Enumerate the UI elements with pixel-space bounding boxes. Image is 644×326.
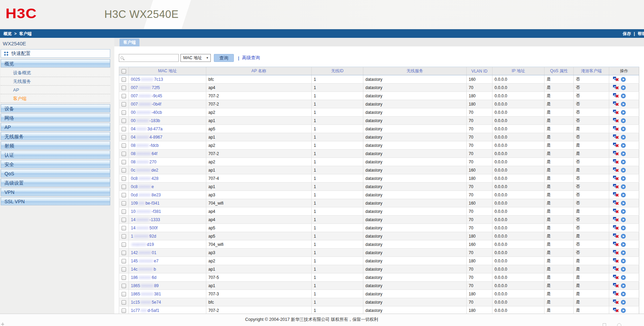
tab-client[interactable]: 客户端 (120, 39, 139, 46)
client-mac-link[interactable]: 0c8######428 (131, 176, 158, 181)
disconnect-client-icon[interactable] (613, 93, 619, 98)
disconnect-client-icon[interactable] (613, 134, 619, 140)
client-detail-icon[interactable] (621, 308, 626, 313)
advanced-query-link[interactable]: 高级查询 (242, 55, 260, 61)
client-mac-link[interactable]: 1865######381 (131, 292, 161, 296)
client-mac-link[interactable]: 08######270 (131, 160, 156, 164)
row-checkbox[interactable] (122, 259, 126, 263)
row-checkbox[interactable] (122, 218, 126, 222)
client-detail-icon[interactable] (621, 242, 626, 247)
client-detail-icon[interactable] (621, 201, 626, 206)
row-checkbox[interactable] (122, 152, 126, 156)
sidebar-section[interactable]: 认证 (1, 151, 110, 159)
disconnect-client-icon[interactable] (613, 159, 619, 164)
sidebar-section[interactable]: 高级设置 (1, 178, 110, 187)
select-all-checkbox[interactable] (122, 69, 126, 74)
sidebar-section[interactable]: 射频 (1, 141, 110, 150)
row-checkbox[interactable] (122, 94, 126, 98)
client-detail-icon[interactable] (621, 102, 626, 107)
row-checkbox[interactable] (122, 168, 126, 173)
client-detail-icon[interactable] (621, 292, 626, 296)
client-detail-icon[interactable] (621, 151, 626, 156)
row-checkbox[interactable] (122, 77, 126, 82)
disconnect-client-icon[interactable] (613, 184, 619, 189)
client-mac-link[interactable]: 1#######92d (131, 234, 156, 239)
disconnect-client-icon[interactable] (613, 275, 619, 280)
client-mac-link[interactable]: 00#######-40cb (131, 110, 162, 115)
search-input[interactable] (125, 55, 178, 61)
disconnect-client-icon[interactable] (613, 143, 619, 148)
client-detail-icon[interactable] (621, 118, 626, 123)
disconnect-client-icon[interactable] (613, 192, 619, 197)
client-detail-icon[interactable] (621, 127, 626, 131)
client-detail-icon[interactable] (621, 259, 626, 263)
row-checkbox[interactable] (122, 110, 126, 115)
row-checkbox[interactable] (122, 226, 126, 230)
client-mac-link[interactable]: 1c15#####5e74 (131, 300, 161, 305)
row-checkbox[interactable] (122, 275, 126, 280)
client-detail-icon[interactable] (621, 250, 626, 255)
client-mac-link[interactable]: 145#######e7 (131, 259, 158, 263)
client-mac-link[interactable]: 10#######-f381 (131, 209, 161, 214)
client-detail-icon[interactable] (621, 209, 626, 214)
row-checkbox[interactable] (122, 300, 126, 305)
sidebar-section[interactable]: 无线服务 (1, 132, 110, 140)
row-checkbox[interactable] (122, 292, 126, 296)
disconnect-client-icon[interactable] (613, 308, 619, 313)
disconnect-client-icon[interactable] (613, 200, 619, 206)
disconnect-client-icon[interactable] (613, 110, 619, 115)
sidebar-subitem[interactable]: 客户端 (1, 94, 110, 103)
client-detail-icon[interactable] (621, 226, 626, 230)
client-mac-link[interactable]: 0cd######8e23 (131, 193, 161, 197)
help-link[interactable]: 帮助 (638, 31, 644, 36)
sidebar-section[interactable]: 设备 (1, 104, 110, 112)
client-mac-link[interactable]: 007######-0b4f (131, 102, 161, 107)
client-mac-link[interactable]: 0c8######e (131, 184, 154, 189)
client-mac-link[interactable]: 1c77###d-5af1 (131, 308, 159, 313)
breadcrumb-overview[interactable]: 概览 (3, 31, 12, 36)
sidebar-section[interactable]: VPN (1, 188, 110, 196)
client-detail-icon[interactable] (621, 283, 626, 288)
save-link[interactable]: 保存 (623, 31, 631, 36)
row-checkbox[interactable] (122, 135, 126, 140)
sidebar-section[interactable]: AP (1, 123, 110, 131)
client-detail-icon[interactable] (621, 300, 626, 305)
client-mac-link[interactable]: 08######-fdcb (131, 143, 159, 148)
client-detail-icon[interactable] (621, 275, 626, 280)
disconnect-client-icon[interactable] (613, 176, 619, 181)
sidebar-section[interactable]: QoS (1, 169, 110, 177)
disconnect-client-icon[interactable] (613, 291, 619, 296)
client-detail-icon[interactable] (621, 94, 626, 98)
row-checkbox[interactable] (122, 193, 126, 197)
row-checkbox[interactable] (122, 234, 126, 239)
row-checkbox[interactable] (122, 251, 126, 255)
disconnect-client-icon[interactable] (613, 167, 619, 173)
disconnect-client-icon[interactable] (613, 151, 619, 156)
disconnect-client-icon[interactable] (613, 126, 619, 131)
disconnect-client-icon[interactable] (613, 118, 619, 123)
row-checkbox[interactable] (122, 201, 126, 206)
client-mac-link[interactable]: 0c#######de2 (131, 168, 158, 173)
search-field-select[interactable]: MAC 地址 ▼ (180, 54, 211, 62)
row-checkbox[interactable] (122, 267, 126, 272)
client-mac-link[interactable]: 04######4-8967 (131, 135, 162, 140)
client-detail-icon[interactable] (621, 85, 626, 90)
disconnect-client-icon[interactable] (613, 242, 619, 247)
disconnect-client-icon[interactable] (613, 101, 619, 107)
client-mac-link[interactable]: 007######-9c45 (131, 94, 162, 98)
client-mac-link[interactable]: 1865######89 (131, 283, 159, 288)
row-checkbox[interactable] (122, 160, 126, 164)
row-checkbox[interactable] (122, 119, 126, 123)
row-checkbox[interactable] (122, 176, 126, 181)
row-checkbox[interactable] (122, 209, 126, 214)
client-detail-icon[interactable] (621, 217, 626, 222)
client-mac-link[interactable]: 186######6d (131, 275, 156, 280)
disconnect-client-icon[interactable] (613, 77, 619, 82)
client-detail-icon[interactable] (621, 160, 626, 164)
query-button[interactable]: 查询 (214, 54, 234, 62)
client-detail-icon[interactable] (621, 176, 626, 181)
client-detail-icon[interactable] (621, 234, 626, 239)
client-detail-icon[interactable] (621, 168, 626, 173)
row-checkbox[interactable] (122, 143, 126, 148)
row-checkbox[interactable] (122, 102, 126, 107)
